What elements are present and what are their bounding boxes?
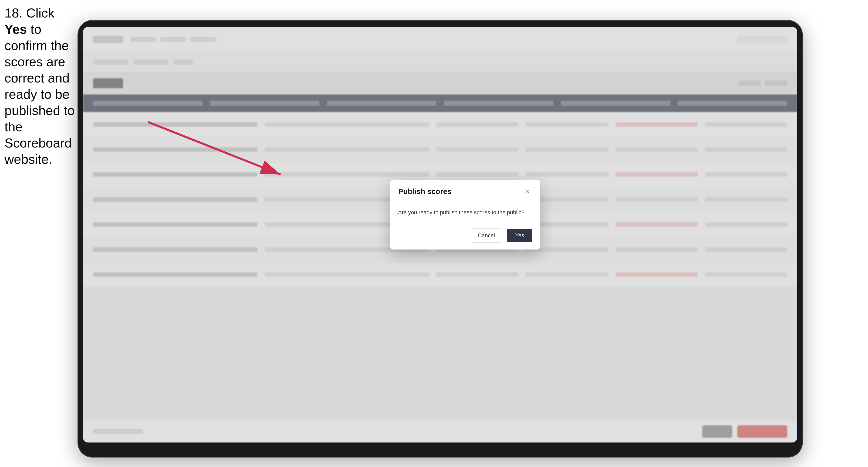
modal-overlay: Publish scores × Are you ready to publis… [83, 27, 797, 442]
step-number: 18. [4, 6, 23, 20]
cancel-button[interactable]: Cancel [471, 228, 502, 243]
text-after-bold: to confirm the scores are correct and re… [4, 22, 74, 166]
dialog-body: Are you ready to publish these scores to… [390, 201, 540, 223]
dialog-title: Publish scores [398, 187, 452, 196]
text-before-bold: Click [23, 6, 54, 20]
bold-yes-word: Yes [4, 22, 27, 36]
tablet-device: Publish scores × Are you ready to publis… [78, 20, 803, 458]
yes-button[interactable]: Yes [507, 229, 532, 242]
dialog-close-button[interactable]: × [523, 187, 532, 196]
publish-scores-dialog: Publish scores × Are you ready to publis… [390, 180, 540, 249]
dialog-footer: Cancel Yes [390, 223, 540, 249]
dialog-header: Publish scores × [390, 180, 540, 201]
tablet-screen: Publish scores × Are you ready to publis… [83, 27, 797, 442]
instruction-text: 18. Click Yes to confirm the scores are … [4, 5, 77, 167]
tablet-outer-frame: Publish scores × Are you ready to publis… [78, 20, 803, 458]
dialog-message: Are you ready to publish these scores to… [398, 208, 532, 217]
